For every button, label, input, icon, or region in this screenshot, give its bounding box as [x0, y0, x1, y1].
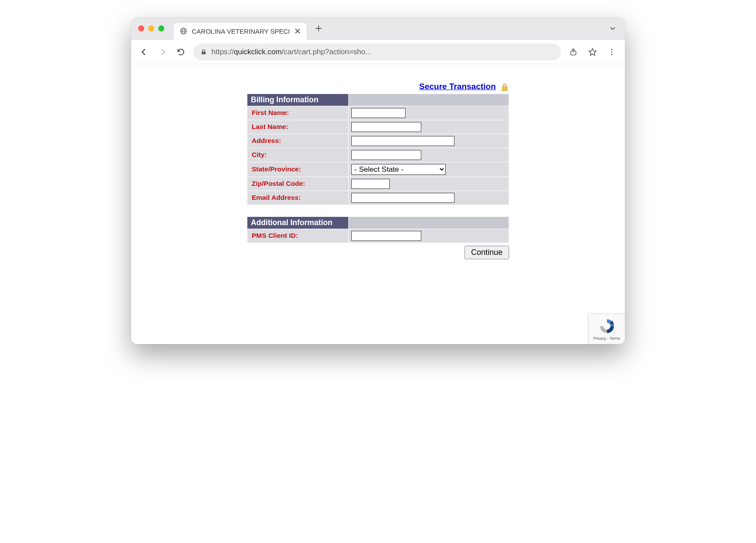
svg-marker-10: [589, 48, 596, 55]
continue-button[interactable]: Continue: [465, 246, 509, 259]
billing-header: Billing Information: [247, 94, 349, 106]
bookmark-button[interactable]: [586, 46, 599, 58]
minimize-window-button[interactable]: [148, 25, 154, 31]
address-bar[interactable]: https://quickclick.com/cart/cart.php?act…: [193, 44, 561, 60]
globe-icon: [180, 27, 187, 35]
new-tab-button[interactable]: [312, 22, 325, 35]
forward-button[interactable]: [156, 46, 169, 58]
svg-point-13: [611, 54, 613, 55]
address-input[interactable]: [351, 136, 454, 146]
svg-point-11: [611, 49, 613, 50]
city-label: City:: [247, 148, 349, 162]
secure-transaction-link[interactable]: Secure Transaction: [419, 82, 496, 91]
close-window-button[interactable]: [138, 25, 144, 31]
secure-transaction-row: Secure Transaction: [247, 82, 509, 92]
tabs-overflow-button[interactable]: [608, 24, 617, 33]
additional-table: Additional Information PMS Client ID:: [247, 216, 509, 243]
svg-point-12: [611, 51, 613, 52]
svg-rect-14: [502, 87, 507, 90]
email-input[interactable]: [351, 193, 454, 203]
close-tab-icon[interactable]: [295, 28, 301, 34]
lock-icon: [200, 49, 207, 56]
state-label: State/Province:: [247, 162, 349, 177]
zip-input[interactable]: [351, 179, 390, 189]
state-select[interactable]: - Select State -: [351, 164, 446, 175]
recaptcha-links: Privacy - Terms: [593, 336, 621, 341]
billing-table: Billing Information First Name: Last Nam…: [247, 94, 509, 205]
tab-title: CAROLINA VETERINARY SPECI: [192, 28, 290, 35]
back-button[interactable]: [138, 46, 150, 58]
reload-button[interactable]: [175, 46, 187, 58]
last-name-label: Last Name:: [247, 120, 349, 134]
menu-button[interactable]: [606, 46, 618, 58]
recaptcha-icon: [599, 318, 615, 334]
browser-tab[interactable]: CAROLINA VETERINARY SPECI: [173, 22, 307, 40]
browser-window: CAROLINA VETERINARY SPECI https://quickc…: [131, 17, 625, 344]
window-controls: [138, 25, 164, 31]
page-content: Secure Transaction Billing Information F…: [131, 64, 625, 344]
zip-label: Zip/Postal Code:: [247, 177, 349, 191]
toolbar: https://quickclick.com/cart/cart.php?act…: [131, 40, 625, 64]
svg-rect-7: [201, 52, 205, 54]
pms-client-id-input[interactable]: [351, 231, 421, 241]
share-button[interactable]: [567, 46, 579, 58]
first-name-label: First Name:: [247, 106, 349, 120]
titlebar: CAROLINA VETERINARY SPECI: [131, 17, 625, 40]
padlock-icon: [500, 83, 509, 92]
first-name-input[interactable]: [351, 108, 406, 118]
last-name-input[interactable]: [351, 122, 421, 132]
maximize-window-button[interactable]: [158, 25, 164, 31]
pms-label: PMS Client ID:: [247, 229, 349, 243]
email-label: Email Address:: [247, 191, 349, 205]
recaptcha-badge[interactable]: Privacy - Terms: [588, 313, 625, 344]
city-input[interactable]: [351, 150, 421, 160]
address-label: Address:: [247, 134, 349, 148]
additional-header: Additional Information: [247, 216, 349, 229]
url-text: https://quickclick.com/cart/cart.php?act…: [212, 48, 554, 56]
